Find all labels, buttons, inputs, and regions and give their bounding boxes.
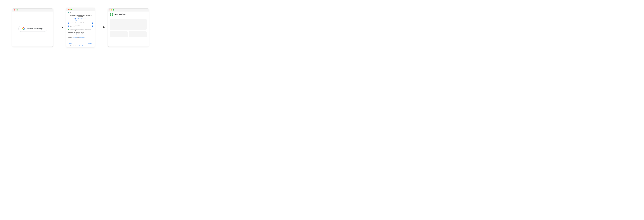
perm-icon-2 [68,26,69,27]
addon-title: Your Add-on [114,13,126,16]
addon-placeholder-1 [110,19,146,30]
window-3-content: Your Add-on [108,12,148,46]
dot-green-3 [113,10,114,11]
dot-yellow [16,10,16,11]
oauth-select-label: Select what your Add-On can access [68,20,93,21]
arrow-1 [56,26,64,30]
trust-title: Make sure you trust the installed Add-On… [68,32,93,33]
privacy-policy-link[interactable]: Privacy Policy [72,37,77,38]
language-text: English (United States) [68,45,75,46]
browser-toolbar-2 [66,8,95,11]
oauth-actions: Cancel Continue [66,42,95,45]
trust-body-3: See Kahoot!'s Privacy Policy and Terms o… [68,37,93,38]
arrow-2 [97,26,106,30]
permission-3: See, create, and update its own attachme… [68,28,93,31]
oauth-dialog: Sign in with Google Your Add-On! wants a… [66,11,95,47]
perm-checkbox-2[interactable] [92,26,93,27]
addon-placeholder-2 [110,31,128,37]
oauth-trust-section: Make sure you trust the installed Add-On… [68,32,93,38]
user-avatar [74,18,76,20]
dot-yellow-3 [111,10,112,11]
dot-yellow-2 [70,9,70,10]
permission-1: Associate you with your personal info on… [68,22,93,24]
perm-icon-3 [68,29,69,30]
dot-red [14,10,15,11]
addon-body [108,17,148,39]
icon-cell-3 [110,15,112,16]
oauth-header-text: Sign in with Google [69,12,77,13]
svg-marker-1 [62,26,64,28]
dot-red-3 [110,10,110,11]
dot-green-2 [71,9,72,10]
google-logo-icon [22,27,25,30]
permission-2: See your personal info, including any pe… [68,25,93,28]
oauth-title: Your Add-On! wants access to your Google… [68,15,93,18]
perm-icon-1 [68,23,69,24]
flow-container: Continue with Google [0,0,161,55]
browser-toolbar-3 [108,9,148,12]
continue-with-google-button[interactable]: Continue with Google [18,26,47,32]
user-email-text: user@schoolDomain.com [76,18,86,19]
dot-green [17,10,18,11]
addon-header: Your Add-on [108,12,148,17]
continue-button[interactable]: Continue [87,42,93,44]
trust-body-2: Learn how Google helps you share data sa… [68,36,93,37]
perm-text-3: See, create, and update its own attachme… [70,29,92,31]
footer-help[interactable]: Help [77,45,78,46]
perm-text-2: See your personal info, including any pe… [70,25,92,27]
oauth-body: Your Add-On! wants access to your Google… [66,13,95,42]
window-3: Your Add-on [108,9,149,47]
oauth-user-email: user@schoolDomain.com [68,18,93,20]
perm-text-1: Associate you with your personal info on… [70,22,92,23]
icon-cell-4 [112,15,113,16]
addon-link: your Add-On [72,20,78,21]
footer-terms[interactable]: Terms [82,45,84,46]
icon-cell-1 [110,13,112,14]
chevron-down-icon: ▾ [76,45,76,46]
perm-checkbox-3[interactable] [92,29,93,30]
google-small-icon [68,12,69,13]
google-btn-label: Continue with Google [26,28,43,30]
icon-cell-2 [112,13,113,14]
dot-red-2 [68,9,69,10]
terms-of-service-link[interactable]: Terms of Service. [79,37,84,38]
window-2-content: Sign in with Google Your Add-On! wants a… [66,11,95,47]
browser-toolbar-1 [12,9,53,12]
trust-body-1: You may be sharing sensitive info with t… [68,33,93,35]
window-1: Continue with Google [12,9,53,47]
addon-placeholder-3 [129,31,146,37]
svg-point-2 [75,19,75,19]
oauth-footer: English (United States) ▾ Help Privacy T… [66,45,95,47]
perm-checkbox-1[interactable] [92,23,93,24]
addon-grid-icon [110,13,113,16]
footer-language: English (United States) ▾ [68,45,76,46]
window-2: Sign in with Google Your Add-On! wants a… [66,8,95,47]
window-1-content: Continue with Google [12,12,53,46]
footer-privacy[interactable]: Privacy [79,45,82,46]
svg-marker-4 [103,26,106,28]
learn-more-link[interactable]: Learn more [80,30,84,31]
oauth-header: Sign in with Google [66,11,95,13]
google-account-link[interactable]: Google Account. [76,34,82,35]
share-data-link[interactable]: share data safely. [78,36,83,36]
cancel-button[interactable]: Cancel [68,42,73,44]
